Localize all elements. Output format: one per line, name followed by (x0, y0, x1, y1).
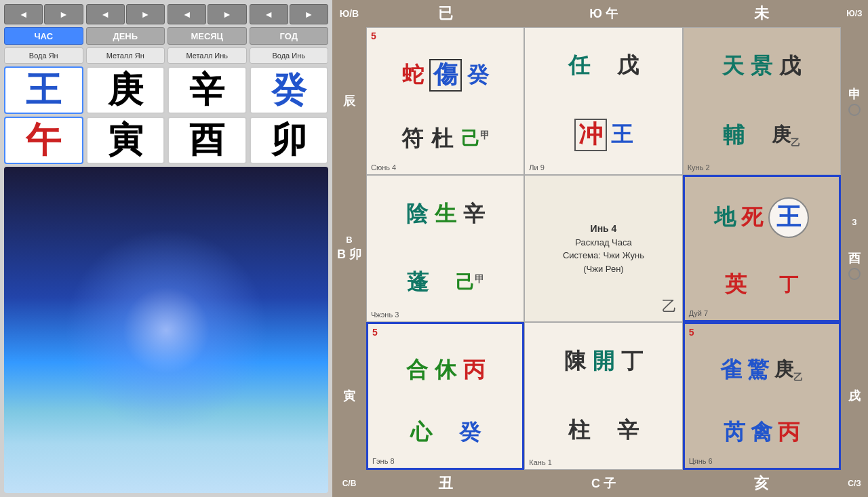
cell-li9: 任 戊 冲 王 Ли 9 (524, 27, 682, 175)
label-c-zi: С 子 (524, 470, 682, 497)
char-qin: 禽 (751, 418, 772, 448)
label-sz: С/З (841, 470, 868, 497)
nav-row: ◄ ► ◄ ► ◄ ► ◄ ► (4, 4, 328, 24)
char-ren: 任 (568, 51, 590, 81)
cell-syun4: 5 蛇 傷 癸 符 杜 己甲 Сюнь 4 (366, 27, 524, 175)
side-label-you: 3 酉 (841, 175, 868, 323)
char-hour-top: 王 (4, 66, 83, 114)
nav-group-day: ◄ ► (86, 4, 165, 24)
char-day-bot: 寅 (86, 117, 165, 164)
cell-kun2: 天 景 戊 輔 庚乙 Кунь 2 (683, 27, 841, 175)
label-yuv: Ю/В (332, 0, 366, 27)
background-image (4, 167, 328, 493)
label-cyan6: Цянь 6 (689, 457, 713, 465)
char-si: 死 (741, 203, 763, 233)
year-sublabel: Вода Инь (250, 47, 329, 64)
char-xin3: 辛 (617, 416, 639, 445)
day-next-btn[interactable]: ► (126, 4, 165, 24)
side-label-shen: 申 (841, 27, 868, 175)
year-prev-btn[interactable]: ◄ (250, 4, 288, 24)
cell-gen8: 5 合 休 丙 心 癸 Гэнь 8 (366, 322, 524, 470)
char-geng2: 庚乙 (774, 357, 803, 384)
char-di: 地 (714, 203, 736, 233)
char-ji-sup: 己甲 (461, 126, 490, 152)
cell-kan1: 陳 開 丁 柱 辛 Кань 1 (524, 322, 682, 470)
char-ying: 英 (725, 270, 747, 300)
char-month-top: 辛 (167, 66, 247, 114)
badge-5-topleft: 5 (371, 31, 376, 41)
char-du: 杜 (431, 124, 453, 154)
center-title: Инь 4 (591, 222, 617, 236)
char-bing2: 丙 (778, 418, 800, 448)
side-label-v-mao: В В 卯 (332, 175, 366, 323)
char-sheng: 生 (435, 199, 456, 229)
char-zhu: 柱 (568, 416, 590, 445)
left-panel: ◄ ► ◄ ► ◄ ► ◄ ► ЧАС ДЕНЬ МЕСЯЦ ГОД Вода … (0, 0, 332, 497)
label-chou: 丑 (366, 470, 524, 497)
char-geng: 庚乙 (772, 122, 800, 149)
cell-chzhen3: 陰 生 辛 蓬 己甲 Чжэнь 3 (366, 175, 524, 323)
compass-grid: Ю/В 已 Ю 午 未 Ю/З 辰 5 蛇 傷 癸 符 杜 (332, 0, 868, 497)
char-gui-top: 癸 (467, 60, 489, 90)
day-prev-btn[interactable]: ◄ (86, 4, 125, 24)
inner-box-chong: 冲 (574, 119, 607, 151)
nav-group-month: ◄ ► (167, 4, 247, 24)
month-prev-btn[interactable]: ◄ (167, 4, 206, 24)
circle-wang: 王 (768, 197, 809, 238)
char-yin: 陰 (406, 199, 428, 229)
char-he: 合 (406, 355, 428, 385)
char-rui: 芮 (724, 418, 745, 448)
label-gen8: Гэнь 8 (372, 457, 395, 465)
hour-prev-btn[interactable]: ◄ (4, 4, 43, 24)
char-she: 蛇 (402, 60, 424, 90)
char-wu: 戊 (617, 51, 639, 81)
hour-next-btn[interactable]: ► (44, 4, 83, 24)
char-fu2: 輔 (723, 121, 745, 151)
label-sv: С/В (332, 470, 366, 497)
label-dui7: Дуй 7 (689, 309, 709, 317)
day-sublabel: Металл Ян (86, 47, 165, 64)
label-kun2: Кунь 2 (688, 163, 710, 172)
char-que: 雀 (720, 355, 742, 385)
sublabel-row: Вода Ян Металл Ян Металл Инь Вода Инь (4, 47, 328, 64)
char-xin2: 心 (410, 418, 432, 448)
char-fu: 符 (401, 124, 423, 154)
char-year-top: 癸 (250, 66, 329, 114)
center-line2: Расклад Часа (575, 236, 631, 250)
circle-you (848, 268, 861, 280)
char-hour-bot: 午 (4, 117, 83, 164)
day-label: ДЕНЬ (86, 27, 165, 45)
side-label-chen: 辰 (332, 27, 366, 175)
hour-sublabel: Вода Ян (4, 47, 83, 64)
year-next-btn[interactable]: ► (290, 4, 328, 24)
nav-group-year: ◄ ► (250, 4, 329, 24)
month-next-btn[interactable]: ► (208, 4, 246, 24)
char-month-bot: 酉 (167, 117, 247, 164)
side-label-yin: 寅 (332, 322, 366, 470)
char-wang-top: 王 (611, 120, 633, 150)
center-line3: Система: Чжи Жунь (563, 249, 644, 262)
label-chzhen3: Чжэнь 3 (371, 311, 399, 319)
label-row: ЧАС ДЕНЬ МЕСЯЦ ГОД (4, 27, 328, 45)
circle-shen (848, 104, 861, 116)
top-chars-row: 王 庚 辛 癸 (4, 66, 328, 114)
inner-box-shang: 傷 (429, 59, 462, 92)
char-ji2: 己甲 (456, 270, 484, 296)
char-ding: 丁 (779, 272, 798, 298)
label-kan1: Кань 1 (529, 458, 552, 466)
month-label: МЕСЯЦ (167, 27, 247, 45)
char-bing: 丙 (463, 355, 485, 385)
cell-center: Инь 4 Расклад Часа Система: Чжи Жунь (Чж… (524, 175, 682, 323)
char-chong: 冲 (578, 118, 603, 151)
char-gui2: 癸 (459, 418, 481, 448)
char-tian: 天 (722, 52, 744, 81)
label-hai: 亥 (683, 470, 841, 497)
char-kai: 開 (593, 346, 614, 376)
hour-label: ЧАС (4, 27, 83, 45)
label-yuz: Ю/З (841, 0, 868, 27)
label-si: 已 (366, 0, 524, 27)
nav-group-hour: ◄ ► (4, 4, 83, 24)
char-ding2: 丁 (621, 346, 643, 376)
side-label-xu: 戌 (841, 322, 868, 470)
cell-dui7: 地 死 王 英 丁 Дуй 7 (683, 175, 841, 323)
